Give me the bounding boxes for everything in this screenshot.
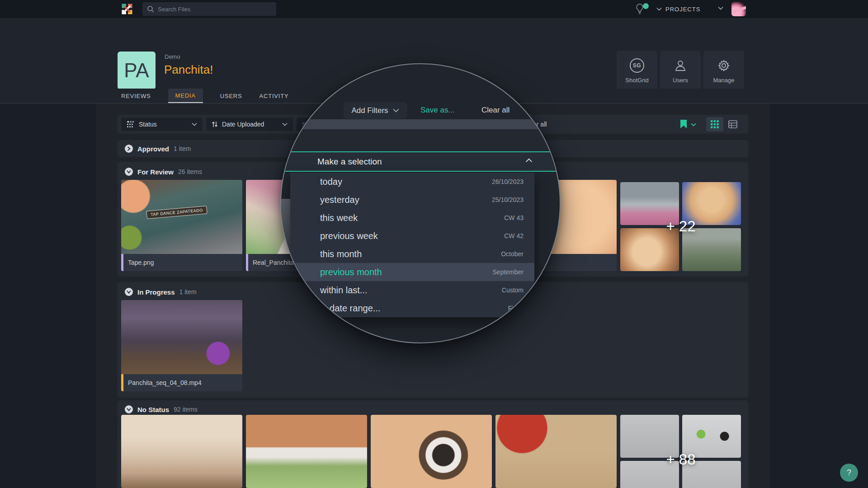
- more-count-badge: + 88: [620, 451, 741, 468]
- section-for-review-title: For Review: [137, 168, 174, 176]
- shotgrid-logo-icon[interactable]: [120, 2, 134, 16]
- add-filters-label: Add Filters: [351, 106, 388, 115]
- chevron-down-circle-icon[interactable]: [125, 168, 133, 176]
- filename-label: Tape.png: [128, 259, 154, 266]
- media-card-tape[interactable]: TAP DANCE ZAPATEADO Tape.png: [121, 180, 242, 271]
- gear-icon: [716, 58, 731, 73]
- option-label: previous month: [320, 267, 493, 277]
- menu-item-previous-week[interactable]: previous week CW 42: [290, 227, 534, 245]
- manage-button-label: Manage: [713, 77, 735, 84]
- option-value: 26/10/2023: [492, 178, 524, 185]
- manage-button[interactable]: Manage: [703, 51, 744, 90]
- header-actions: SG ShotGrid Users: [617, 51, 744, 90]
- users-button[interactable]: Users: [660, 51, 701, 90]
- app-window: PROJECTS PA Demo Panchita! SG ShotGrid U…: [0, 0, 868, 488]
- menu-item-today[interactable]: today 26/10/2023: [290, 173, 534, 191]
- media-card-outdoor[interactable]: [121, 415, 242, 488]
- list-view-button[interactable]: [724, 117, 741, 131]
- top-bar: PROJECTS: [0, 0, 868, 18]
- save-as-button[interactable]: Save as...: [420, 106, 455, 115]
- status-filter-dropdown[interactable]: Status: [121, 117, 203, 131]
- chevron-down-circle-icon[interactable]: [125, 405, 133, 413]
- option-label: this month: [320, 249, 501, 259]
- clear-all-button[interactable]: Clear all: [481, 106, 509, 115]
- status-grid-icon: [127, 121, 135, 128]
- help-button[interactable]: ?: [840, 464, 858, 482]
- option-value: CW 43: [504, 214, 524, 221]
- status-accent: [121, 254, 123, 271]
- section-in-progress-title: In Progress: [137, 288, 175, 296]
- section-approved-title: Approved: [137, 145, 169, 153]
- section-approved-count: 1 item: [174, 145, 191, 152]
- option-label: yesterday: [320, 195, 492, 205]
- date-options-menu: today 26/10/2023 yesterday 25/10/2023 th…: [290, 173, 534, 317]
- bookmark-icon[interactable]: [680, 119, 687, 129]
- tab-users[interactable]: USERS: [220, 89, 242, 103]
- thumbnail-room: [121, 300, 242, 374]
- more-count-badge: + 22: [620, 218, 741, 235]
- option-label: previous week: [320, 231, 504, 241]
- media-card-panchita-seq[interactable]: Panchita_seq_04_08.mp4: [121, 300, 242, 391]
- media-card-sand[interactable]: [495, 415, 617, 488]
- menu-item-this-week[interactable]: this week CW 43: [290, 209, 534, 227]
- chevron-down-icon[interactable]: [718, 6, 723, 10]
- tab-media[interactable]: MEDIA: [168, 89, 203, 103]
- magnifier-loupe: Add Filters Save as... Clear all F Make …: [280, 63, 561, 343]
- option-value: October: [501, 250, 524, 258]
- tab-reviews[interactable]: REVIEWS: [121, 89, 151, 103]
- date-select-label: Make a selection: [317, 157, 382, 167]
- sort-label: Date Uploaded: [222, 121, 264, 128]
- bookmark-chevron-icon[interactable]: [691, 123, 696, 127]
- projects-menu[interactable]: PROJECTS: [656, 0, 700, 18]
- grid-view-button[interactable]: [706, 117, 723, 131]
- chevron-down-icon: [282, 122, 288, 126]
- shotgrid-icon: SG: [629, 58, 645, 73]
- magnified-gap: [281, 129, 561, 151]
- section-for-review-count: 26 items: [178, 168, 202, 175]
- shotgrid-button-label: ShotGrid: [625, 77, 648, 84]
- thumbnail-tape: TAP DANCE ZAPATEADO: [121, 180, 242, 254]
- menu-item-previous-month[interactable]: previous month September: [290, 263, 534, 281]
- option-value: CW 42: [504, 232, 524, 239]
- global-search[interactable]: [142, 2, 276, 16]
- date-select-field[interactable]: Make a selection: [281, 151, 561, 172]
- users-icon: [673, 58, 688, 73]
- filename-label: Real_Panchita: [253, 259, 294, 266]
- section-no-status-count: 92 items: [174, 406, 198, 413]
- add-filters-button[interactable]: Add Filters: [344, 102, 407, 119]
- section-no-status-title: No Status: [137, 406, 169, 413]
- project-avatar: PA: [118, 52, 156, 89]
- chevron-right-circle-icon[interactable]: [125, 145, 133, 153]
- section-in-progress-count: 1 item: [179, 288, 197, 296]
- thumbnail-sand: [495, 415, 617, 488]
- sort-dropdown[interactable]: Date Uploaded: [206, 117, 293, 131]
- menu-item-within-last[interactable]: within last... Custom: [290, 281, 534, 299]
- option-label: in date range...: [320, 303, 508, 314]
- media-card-collage[interactable]: [246, 415, 367, 488]
- page-title: Panchita!: [164, 63, 213, 77]
- chevron-up-icon[interactable]: [525, 158, 533, 163]
- whats-new-button[interactable]: [635, 3, 649, 16]
- chevron-down-icon: [393, 108, 399, 113]
- option-value: Custom: [502, 286, 524, 294]
- project-kicker: Demo: [165, 53, 180, 60]
- thumbnail-collage: [246, 415, 367, 488]
- option-value: September: [493, 268, 524, 276]
- search-icon: [147, 5, 154, 13]
- filename-label: Panchita_seq_04_08.mp4: [128, 379, 202, 386]
- tab-activity[interactable]: ACTIVITY: [259, 89, 289, 103]
- thumbnail-outdoor: [121, 415, 242, 488]
- media-card-eye[interactable]: [371, 415, 492, 488]
- option-label: this week: [320, 213, 504, 223]
- shotgrid-button[interactable]: SG ShotGrid: [617, 51, 657, 90]
- notification-dot: [643, 3, 649, 9]
- menu-item-yesterday[interactable]: yesterday 25/10/2023: [290, 191, 534, 209]
- status-accent: [121, 374, 123, 391]
- chevron-down-circle-icon[interactable]: [125, 288, 133, 296]
- search-files-input[interactable]: [158, 6, 272, 13]
- magnified-filter-row: [281, 119, 561, 129]
- view-toggle: [706, 117, 741, 131]
- thumbnail-tape-label: TAP DANCE ZAPATEADO: [146, 206, 208, 219]
- user-avatar[interactable]: [731, 2, 746, 16]
- menu-item-this-month[interactable]: this month October: [290, 245, 534, 263]
